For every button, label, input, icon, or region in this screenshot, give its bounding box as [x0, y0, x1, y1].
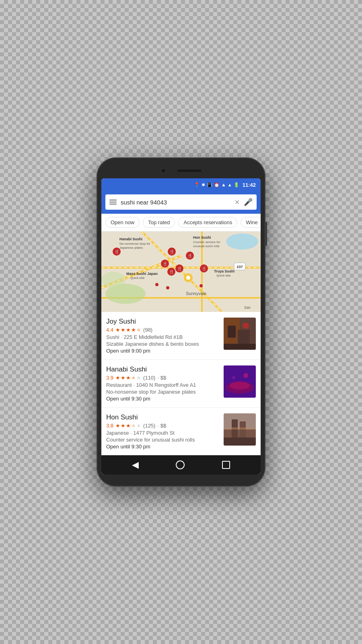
star-4: ★ [131, 375, 136, 381]
status-icons: 📍 ✱ 📳 ⏰ ▲ ▲ 🔋 11:42 [194, 182, 256, 188]
microphone-icon[interactable]: 🎤 [244, 198, 253, 206]
svg-point-42 [155, 283, 158, 286]
star-3: ★ [126, 327, 131, 333]
svg-point-1 [226, 233, 258, 250]
hanabi-sushi-meta: Restaurant · 1040 N Rengstorff Ave A1 [106, 382, 219, 388]
svg-text:Quick bite: Quick bite [216, 274, 231, 277]
bottom-navigation: ◀ [101, 455, 261, 475]
joy-sushi-thumbnail [224, 318, 256, 350]
hon-sushi-price: · $$ [157, 423, 166, 429]
alarm-status-icon: ⏰ [214, 182, 220, 188]
svg-rect-48 [238, 330, 250, 346]
star-1: ★ [115, 375, 120, 381]
hanabi-sushi-rating: 3.9 [106, 375, 113, 381]
svg-point-43 [166, 286, 169, 289]
svg-rect-50 [224, 344, 256, 350]
svg-text:Truya Sushi: Truya Sushi [214, 269, 234, 273]
restaurant-item-hanabi-sushi[interactable]: Hanabi Sushi 3.9 ★ ★ ★ ★ ★ (110) · $$ [101, 360, 261, 408]
map-svg: 237 Hanabi Sushi No-nonsense stop for Ja… [101, 231, 261, 312]
filter-chip-wine[interactable]: Wine [241, 217, 261, 228]
hanabi-sushi-rating-row: 3.9 ★ ★ ★ ★ ★ (110) · $$ [106, 375, 219, 381]
svg-text:🍴: 🍴 [187, 253, 193, 258]
map-area[interactable]: 237 Hanabi Sushi No-nonsense stop for Ja… [101, 231, 261, 312]
svg-text:🍴: 🍴 [162, 261, 168, 266]
svg-text:unusual sushi rolls: unusual sushi rolls [193, 244, 220, 248]
svg-text:Hanabi Sushi: Hanabi Sushi [119, 237, 142, 241]
svg-text:San: San [244, 305, 251, 310]
svg-text:🍴: 🍴 [177, 266, 182, 271]
hanabi-sushi-hours: Open until 9:30 pm [106, 396, 219, 402]
camera [160, 168, 166, 173]
hon-sushi-rating: 3.8 [106, 423, 113, 429]
back-button[interactable]: ◀ [132, 460, 139, 470]
star-3: ★ [126, 375, 131, 381]
hon-sushi-reviews: (125) [143, 423, 155, 429]
filter-chip-open-now[interactable]: Open now [105, 217, 140, 228]
hon-sushi-rating-row: 3.8 ★ ★ ★ ★ ★ (125) · $$ [106, 423, 219, 429]
status-bar: 📍 ✱ 📳 ⏰ ▲ ▲ 🔋 11:42 [101, 178, 261, 191]
hanabi-sushi-desc: No-nonsense stop for Japanese plates [106, 389, 219, 395]
svg-text:Quick bite: Quick bite [130, 276, 145, 280]
svg-text:Sunnyvale: Sunnyvale [186, 291, 206, 296]
svg-text:🍴: 🍴 [202, 266, 207, 271]
hanabi-sushi-stars: ★ ★ ★ ★ ★ [115, 375, 141, 381]
menu-icon[interactable] [109, 200, 117, 204]
joy-sushi-hours: Open until 9:00 pm [106, 348, 219, 354]
joy-sushi-rating-row: 4.4 ★ ★ ★ ★ ★ (98) [106, 327, 219, 333]
svg-rect-62 [226, 427, 254, 429]
joy-sushi-rating: 4.4 [106, 327, 113, 333]
joy-sushi-name: Joy Sushi [106, 318, 219, 326]
hon-sushi-meta: Japanese · 1477 Plymouth St [106, 430, 219, 436]
restaurant-item-joy-sushi[interactable]: Joy Sushi 4.4 ★ ★ ★ ★ ★ (98) Sushi [101, 312, 261, 360]
hanabi-sushi-info: Hanabi Sushi 3.9 ★ ★ ★ ★ ★ (110) · $$ [106, 365, 219, 402]
svg-point-49 [243, 322, 249, 329]
phone-frame: 📍 ✱ 📳 ⏰ ▲ ▲ 🔋 11:42 sushi near 94043 ✕ [97, 157, 265, 487]
restaurant-item-hon-sushi[interactable]: Hon Sushi 3.8 ★ ★ ★ ★ ★ (125) · $$ [101, 408, 261, 455]
svg-text:🍴: 🍴 [169, 269, 174, 275]
joy-sushi-desc: Sizable Japanese dishes & bento boxes [106, 341, 219, 347]
hanabi-sushi-name: Hanabi Sushi [106, 365, 219, 374]
hanabi-sushi-reviews: (110) [143, 375, 155, 381]
hon-sushi-stars: ★ ★ ★ ★ ★ [115, 423, 141, 429]
signal-status-icon: ▲ [228, 182, 232, 187]
svg-point-41 [186, 276, 190, 280]
hon-sushi-desc: Counter service for unusual sushi rolls [106, 437, 219, 443]
star-4: ★ [131, 327, 136, 333]
svg-rect-60 [240, 421, 246, 440]
phone-bottom-bar [101, 475, 261, 479]
svg-rect-61 [224, 438, 256, 446]
svg-text:237: 237 [237, 265, 243, 269]
hanabi-sushi-thumbnail [224, 365, 256, 398]
hanabi-sushi-price: · $$ [157, 375, 166, 381]
hon-sushi-info: Hon Sushi 3.8 ★ ★ ★ ★ ★ (125) · $$ [106, 413, 219, 450]
joy-sushi-reviews: (98) [143, 327, 152, 333]
hon-sushi-name: Hon Sushi [106, 413, 219, 421]
filter-chip-top-rated[interactable]: Top rated [143, 217, 175, 228]
search-input-container[interactable]: sushi near 94043 ✕ 🎤 [105, 194, 257, 210]
joy-sushi-info: Joy Sushi 4.4 ★ ★ ★ ★ ★ (98) Sushi [106, 318, 219, 354]
location-status-icon: 📍 [194, 182, 200, 188]
svg-text:Hon Sushi: Hon Sushi [193, 235, 211, 239]
svg-text:🍴: 🍴 [169, 249, 175, 254]
bluetooth-status-icon: ✱ [202, 182, 205, 188]
svg-point-44 [200, 284, 203, 287]
star-5: ★ [136, 327, 141, 333]
phone-screen: 📍 ✱ 📳 ⏰ ▲ ▲ 🔋 11:42 sushi near 94043 ✕ [101, 178, 261, 475]
star-2: ★ [121, 327, 125, 333]
clear-search-icon[interactable]: ✕ [234, 198, 240, 206]
home-button[interactable] [176, 460, 185, 469]
battery-status-icon: 🔋 [234, 182, 239, 188]
star-4: ★ [131, 423, 136, 429]
svg-text:🍴: 🍴 [114, 249, 119, 254]
restaurant-list: Joy Sushi 4.4 ★ ★ ★ ★ ★ (98) Sushi [101, 312, 261, 455]
status-time: 11:42 [243, 182, 256, 188]
svg-text:Japanese plates: Japanese plates [119, 246, 143, 250]
svg-point-11 [101, 272, 125, 288]
recents-button[interactable] [222, 461, 230, 469]
speaker [177, 169, 202, 172]
filter-chips-row: Open now Top rated Accepts reservations … [101, 214, 261, 231]
star-1: ★ [115, 423, 120, 429]
svg-rect-56 [224, 365, 256, 398]
svg-text:Masa Sushi Japan: Masa Sushi Japan [126, 272, 158, 276]
filter-chip-accepts-reservations[interactable]: Accepts reservations [178, 217, 237, 228]
